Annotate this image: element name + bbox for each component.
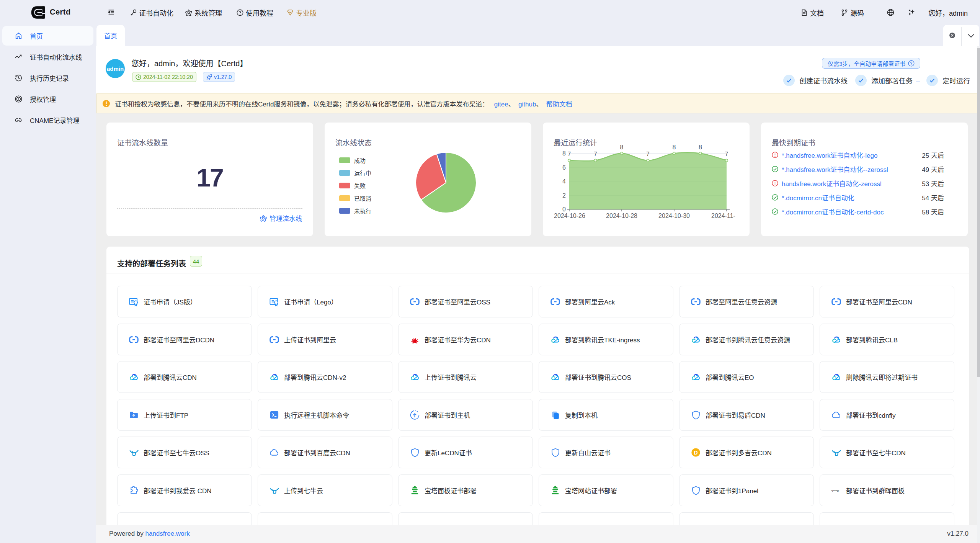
svg-text:8: 8 (620, 144, 624, 150)
svg-text:2024-10-28: 2024-10-28 (606, 213, 637, 219)
svg-text:7: 7 (568, 151, 571, 157)
svg-text:D: D (694, 450, 697, 456)
svg-text:8: 8 (699, 144, 702, 150)
svg-text:2: 2 (562, 192, 566, 199)
svg-text:8: 8 (562, 150, 566, 157)
svg-text:2024-11-: 2024-11- (711, 213, 735, 219)
svg-text:7: 7 (725, 151, 728, 157)
svg-text:8: 8 (673, 144, 676, 150)
svg-text:6: 6 (562, 164, 566, 171)
svg-text:2024-10-26: 2024-10-26 (554, 213, 585, 219)
svg-text:2024-10-30: 2024-10-30 (658, 213, 690, 219)
svg-text:0: 0 (562, 206, 566, 213)
svg-text:4: 4 (562, 178, 566, 185)
svg-text:Synology: Synology (831, 489, 839, 491)
svg-text:7: 7 (594, 151, 597, 157)
svg-text:7: 7 (646, 151, 650, 157)
